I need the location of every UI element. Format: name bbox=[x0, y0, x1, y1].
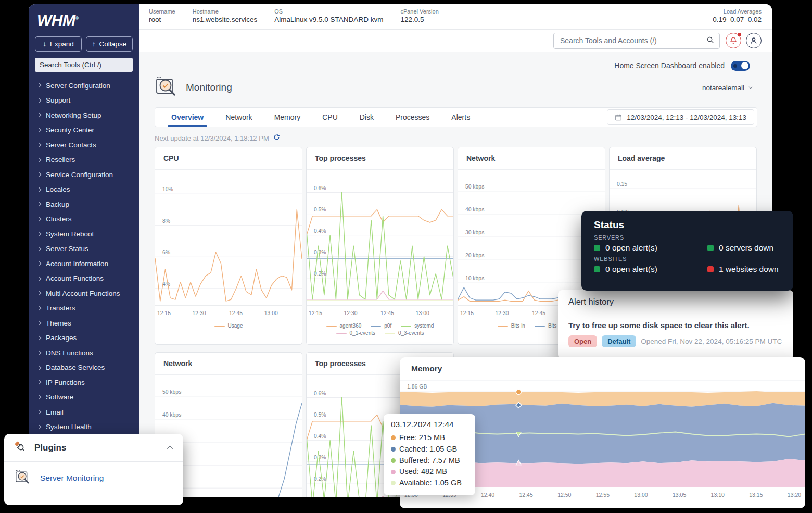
chevron-right-icon bbox=[37, 261, 41, 266]
tooltip-available: Available: 1.05 GB bbox=[391, 478, 468, 489]
legend-item: Usage bbox=[214, 323, 243, 329]
svg-text:30 kbps: 30 kbps bbox=[465, 230, 484, 235]
expand-button[interactable]: ↓ Expand bbox=[35, 36, 82, 52]
svg-text:13:00: 13:00 bbox=[264, 310, 278, 316]
legend-item: Bits in bbox=[498, 323, 525, 329]
svg-text:12:55: 12:55 bbox=[596, 492, 610, 498]
calendar-icon bbox=[615, 114, 622, 121]
cpu-chart: 10%8%6%4%12:1512:3012:4513:00 bbox=[155, 170, 302, 322]
server-monitoring-link[interactable]: Server Monitoring bbox=[4, 462, 183, 494]
tab-overview[interactable]: Overview bbox=[160, 108, 214, 127]
tab-disk[interactable]: Disk bbox=[349, 108, 385, 127]
status-servers-down: 0 servers down bbox=[707, 243, 773, 253]
sidebar-item-server-contacts[interactable]: Server Contacts bbox=[29, 137, 139, 153]
tab-network[interactable]: Network bbox=[214, 108, 263, 127]
sidebar-item-service-configuration[interactable]: Service Configuration bbox=[29, 167, 139, 182]
sidebar-item-clusters[interactable]: Clusters bbox=[29, 212, 139, 227]
top-processes-card: Top processes 0.6%0.5%0.4%0.3%0.2%12:151… bbox=[306, 147, 454, 345]
chevron-right-icon bbox=[37, 336, 41, 340]
sidebar-item-multi-account-functions[interactable]: Multi Account Functions bbox=[29, 286, 139, 301]
plugins-header[interactable]: Plugins bbox=[4, 434, 183, 462]
legend-item: agent360 bbox=[326, 323, 362, 329]
chevron-right-icon bbox=[37, 425, 41, 429]
svg-text:0.4%: 0.4% bbox=[314, 228, 326, 234]
tab-processes[interactable]: Processes bbox=[385, 108, 440, 127]
tools-search-input[interactable] bbox=[559, 36, 706, 45]
chevron-right-icon bbox=[37, 172, 41, 177]
tab-cpu[interactable]: CPU bbox=[311, 108, 349, 127]
svg-text:1.86 GB: 1.86 GB bbox=[407, 383, 427, 390]
info-hostname: Hostnamens1.website.services bbox=[193, 8, 258, 29]
svg-text:12:50: 12:50 bbox=[557, 492, 571, 498]
sidebar-item-support[interactable]: Support bbox=[29, 93, 139, 108]
svg-text:13:10: 13:10 bbox=[711, 492, 725, 498]
monitoring-tabs: Overview Network Memory CPU Disk Process… bbox=[155, 107, 757, 127]
svg-text:0.3%: 0.3% bbox=[314, 455, 326, 460]
sidebar-item-system-health[interactable]: System Health bbox=[29, 420, 139, 435]
sidebar-item-database-services[interactable]: Database Services bbox=[29, 360, 139, 376]
svg-text:0.6%: 0.6% bbox=[314, 185, 326, 191]
alert-history-panel: Alert history Try to free up some disk s… bbox=[558, 290, 793, 359]
user-menu-button[interactable] bbox=[746, 33, 762, 48]
sidebar-search-input[interactable] bbox=[35, 58, 133, 72]
tab-memory[interactable]: Memory bbox=[263, 108, 312, 127]
dashboard-toggle[interactable] bbox=[731, 61, 750, 71]
chevron-right-icon bbox=[37, 277, 41, 281]
server-info-bar: Usernameroot Hostnamens1.website.service… bbox=[139, 4, 772, 30]
status-title: Status bbox=[594, 219, 781, 231]
sidebar-item-account-functions[interactable]: Account Functions bbox=[29, 271, 139, 286]
chevron-down-icon bbox=[748, 85, 752, 89]
sidebar: WHM® ↓ Expand ↑ Collapse Server Configur… bbox=[29, 4, 139, 497]
refresh-icon[interactable] bbox=[273, 134, 280, 142]
svg-text:12:45: 12:45 bbox=[519, 492, 533, 498]
chevron-up-icon bbox=[167, 446, 173, 452]
status-websites-down: 1 websites down bbox=[707, 265, 779, 274]
svg-text:13:00: 13:00 bbox=[634, 492, 648, 498]
chevron-right-icon bbox=[37, 143, 41, 147]
sidebar-item-software[interactable]: Software bbox=[29, 390, 139, 405]
sidebar-item-backup[interactable]: Backup bbox=[29, 197, 139, 212]
sidebar-item-ip-functions[interactable]: IP Functions bbox=[29, 375, 139, 390]
alert-status-badge: Open bbox=[568, 335, 597, 347]
sidebar-item-locales[interactable]: Locales bbox=[29, 182, 139, 197]
plugins-icon bbox=[14, 440, 27, 456]
status-dot bbox=[707, 245, 714, 251]
tooltip-free: Free: 215 MB bbox=[391, 432, 468, 444]
notifications-button[interactable] bbox=[726, 33, 741, 48]
plugins-title: Plugins bbox=[34, 443, 66, 453]
sidebar-nav: Server ConfigurationSupportNetworking Se… bbox=[29, 72, 139, 449]
svg-text:8%: 8% bbox=[162, 218, 170, 224]
svg-text:13:05: 13:05 bbox=[673, 492, 686, 498]
svg-text:13:00: 13:00 bbox=[416, 310, 429, 316]
account-dropdown[interactable]: notarealemail bbox=[702, 84, 751, 92]
sidebar-item-account-information[interactable]: Account Information bbox=[29, 256, 139, 271]
tab-alerts[interactable]: Alerts bbox=[440, 108, 481, 127]
collapse-button[interactable]: ↑ Collapse bbox=[86, 36, 133, 52]
sidebar-item-system-reboot[interactable]: System Reboot bbox=[29, 227, 139, 242]
date-range-picker[interactable]: 12/03/2024, 12:13 - 12/03/2024, 13:13 bbox=[607, 109, 754, 125]
chevron-right-icon bbox=[37, 291, 41, 295]
sidebar-item-dns-functions[interactable]: DNS Functions bbox=[29, 345, 139, 360]
sidebar-item-themes[interactable]: Themes bbox=[29, 316, 139, 331]
chevron-right-icon bbox=[37, 128, 41, 132]
sidebar-item-security-center[interactable]: Security Center bbox=[29, 123, 139, 138]
chevron-right-icon bbox=[37, 247, 41, 251]
tooltip-cached: Cached: 1.05 GB bbox=[391, 444, 468, 455]
sidebar-item-resellers[interactable]: Resellers bbox=[29, 153, 139, 168]
sidebar-item-transfers[interactable]: Transfers bbox=[29, 301, 139, 316]
sidebar-item-packages[interactable]: Packages bbox=[29, 331, 139, 346]
svg-text:50 kbps: 50 kbps bbox=[162, 389, 181, 395]
svg-text:0.4%: 0.4% bbox=[314, 433, 326, 439]
chevron-right-icon bbox=[37, 83, 41, 87]
sidebar-item-server-status[interactable]: Server Status bbox=[29, 242, 139, 257]
search-icon[interactable] bbox=[706, 36, 714, 46]
info-username: Usernameroot bbox=[149, 8, 175, 29]
sidebar-item-server-configuration[interactable]: Server Configuration bbox=[29, 78, 139, 93]
sidebar-item-networking-setup[interactable]: Networking Setup bbox=[29, 108, 139, 123]
info-os: OSAlmaLinux v9.5.0 STANDARD kvm bbox=[274, 8, 383, 29]
chevron-right-icon bbox=[37, 351, 41, 355]
chevron-right-icon bbox=[37, 395, 41, 399]
svg-text:6%: 6% bbox=[162, 249, 170, 255]
user-icon bbox=[750, 36, 758, 45]
sidebar-item-email[interactable]: Email bbox=[29, 405, 139, 420]
